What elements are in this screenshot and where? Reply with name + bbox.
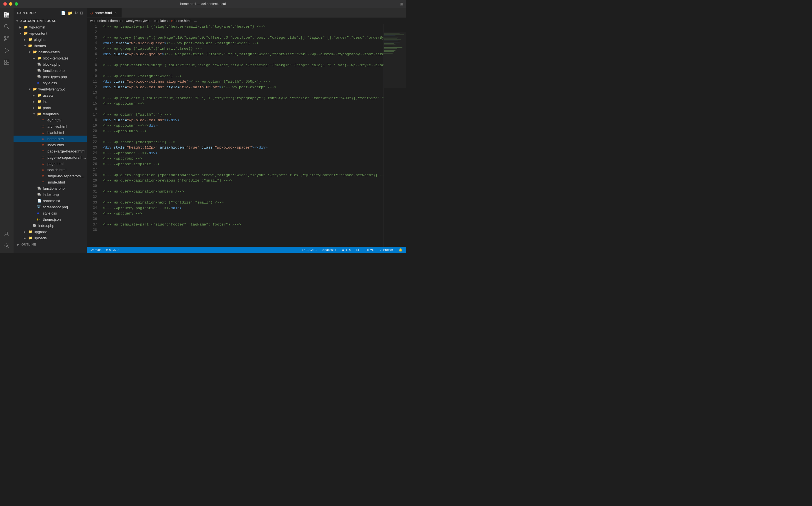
- sidebar-item-root[interactable]: ▼ ACF.CONTENT.LOCAL: [13, 18, 87, 24]
- breadcrumb-file[interactable]: home.html: [174, 19, 190, 23]
- sidebar-item-index-php-1[interactable]: 🐘 index.php: [13, 191, 87, 197]
- sidebar-item-assets[interactable]: ▶ 📁 assets: [13, 92, 87, 98]
- breadcrumb-templates[interactable]: templates: [153, 19, 167, 23]
- sidebar-title: Explorer: [17, 11, 36, 15]
- outline-section[interactable]: ▶ OUTLINE: [13, 241, 87, 247]
- breadcrumb-themes[interactable]: themes: [110, 19, 121, 23]
- sidebar-item-uploads[interactable]: ▶ 📁 uploads: [13, 235, 87, 241]
- account-activity-icon[interactable]: [2, 229, 12, 239]
- block-templates-folder-icon: 📁: [37, 56, 42, 60]
- sidebar-item-style-css-2[interactable]: # style.css: [13, 210, 87, 216]
- minimize-button[interactable]: [9, 2, 12, 6]
- sidebar-item-page-large-header-html[interactable]: ◇ page-large-header.html: [13, 148, 87, 154]
- home-html-icon: ◇: [42, 137, 46, 141]
- sidebar-item-archive-html[interactable]: ◇ archive.html: [13, 123, 87, 130]
- tab-home-html[interactable]: ◇ home.html ×: [87, 8, 122, 17]
- warning-count: 0: [117, 248, 118, 251]
- sidebar-item-single-html[interactable]: ◇ single.html: [13, 179, 87, 185]
- index-php-2-label: index.php: [38, 224, 54, 228]
- line-number: 36: [87, 217, 97, 222]
- twentytwentytwo-arrow: ▼: [28, 88, 33, 91]
- page-no-separators-html-icon: ◇: [42, 155, 46, 159]
- sidebar-item-blank-html[interactable]: ◇ blank.html: [13, 130, 87, 136]
- sidebar-tree: ▼ ACF.CONTENT.LOCAL ▶ 📁 wp-admin ▼ 📂 wp-…: [13, 18, 87, 253]
- breadcrumb-wp-content[interactable]: wp-content: [90, 19, 107, 23]
- sidebar-item-blocks-php[interactable]: 🐘 blocks.php: [13, 61, 87, 67]
- layout-icon[interactable]: ⊞: [400, 2, 403, 6]
- sidebar-item-block-templates[interactable]: ▶ 📁 block-templates: [13, 55, 87, 61]
- new-file-icon[interactable]: 📄: [61, 11, 66, 15]
- sidebar-item-themes[interactable]: ▼ 📂 themes: [13, 43, 87, 49]
- sidebar-item-index-html[interactable]: ◇ index.html: [13, 142, 87, 148]
- svg-rect-0: [7, 13, 9, 15]
- line-number: 18: [87, 117, 97, 123]
- close-button[interactable]: [3, 2, 7, 6]
- line-number: 28: [87, 173, 97, 178]
- sidebar-item-screenshot-png[interactable]: 🖼 screenshot.png: [13, 204, 87, 210]
- sidebar-item-post-types-php[interactable]: 🐘 post-types.php: [13, 74, 87, 80]
- sidebar-item-functions-php-2[interactable]: 🐘 functions.php: [13, 185, 87, 191]
- sidebar-item-functions-php-1[interactable]: 🐘 functions.php: [13, 67, 87, 74]
- status-bar-right: Ln 1, Col 1 Spaces: 4 UTF-8 LF HTML ✓ Pr…: [301, 247, 406, 253]
- code-line: <div class="wp-block-group"><!-- wp:post…: [103, 52, 384, 57]
- sidebar-item-index-php-2[interactable]: 🐘 index.php: [13, 223, 87, 229]
- new-folder-icon[interactable]: 📁: [68, 11, 73, 15]
- code-content[interactable]: <!-- wp:template-part {"slug":"header-sm…: [100, 24, 384, 247]
- refresh-icon[interactable]: ↻: [74, 11, 78, 15]
- code-line: <!-- /wp:column --></div>: [103, 123, 384, 129]
- sidebar-item-wp-admin[interactable]: ▶ 📁 wp-admin: [13, 24, 87, 30]
- status-position[interactable]: Ln 1, Col 1: [301, 247, 318, 253]
- status-eol[interactable]: LF: [355, 247, 361, 253]
- line-number: 13: [87, 90, 97, 96]
- sidebar-item-page-no-separators-html[interactable]: ◇ page-no-separators.html: [13, 154, 87, 160]
- collapse-all-icon[interactable]: ⊟: [80, 11, 83, 15]
- status-encoding[interactable]: UTF-8: [341, 247, 352, 253]
- branch-label: main: [95, 248, 101, 251]
- inc-label: inc: [43, 99, 48, 104]
- status-spaces[interactable]: Spaces: 4: [321, 247, 337, 253]
- home-html-label: home.html: [48, 137, 65, 141]
- settings-activity-icon[interactable]: [2, 241, 12, 251]
- sidebar-item-page-html[interactable]: ◇ page.html: [13, 160, 87, 167]
- sidebar-item-home-html[interactable]: ◇ home.html: [13, 136, 87, 142]
- sidebar-item-templates[interactable]: ▼ 📂 templates: [13, 111, 87, 117]
- 404-html-label: 404.html: [48, 118, 62, 122]
- 404-html-icon: ◇: [42, 118, 46, 122]
- svg-rect-11: [7, 60, 9, 62]
- debug-activity-icon[interactable]: [2, 46, 12, 55]
- status-notifications[interactable]: 🔔: [398, 247, 404, 253]
- breadcrumb-twentytwentytwo[interactable]: twentytwentytwo: [125, 19, 149, 23]
- status-language[interactable]: HTML: [364, 247, 375, 253]
- sidebar-item-theme-json[interactable]: {} theme.json: [13, 216, 87, 223]
- sidebar-item-search-html[interactable]: ◇ search.html: [13, 167, 87, 173]
- status-errors[interactable]: ⊗ 0 ⚠ 0: [105, 247, 119, 253]
- minimap-svg: [384, 24, 406, 247]
- source-control-activity-icon[interactable]: [2, 34, 12, 44]
- sidebar-item-parts[interactable]: ▶ 📁 parts: [13, 105, 87, 111]
- sidebar-item-twentytwentytwo[interactable]: ▼ 📂 twentytwentytwo: [13, 86, 87, 92]
- sidebar-item-404-html[interactable]: ◇ 404.html: [13, 117, 87, 123]
- root-arrow: ▼: [16, 19, 20, 22]
- maximize-button[interactable]: [15, 2, 18, 6]
- sidebar-item-readme-txt[interactable]: 📄 readme.txt: [13, 197, 87, 204]
- explorer-activity-icon[interactable]: [2, 10, 12, 20]
- sidebar-item-inc[interactable]: ▶ 📁 inc: [13, 98, 87, 105]
- blank-html-icon: ◇: [42, 131, 46, 135]
- status-prettier[interactable]: ✓ Prettier: [378, 247, 394, 253]
- search-activity-icon[interactable]: [2, 22, 12, 31]
- uploads-label: uploads: [34, 236, 47, 240]
- sidebar-item-single-no-separators-html[interactable]: ◇ single-no-separators.html: [13, 173, 87, 179]
- sidebar-item-style-css-1[interactable]: # style.css: [13, 80, 87, 86]
- svg-marker-9: [5, 48, 9, 53]
- sidebar-item-plugins[interactable]: ▶ 📁 plugins: [13, 36, 87, 43]
- style-css-1-icon: #: [37, 81, 42, 85]
- tab-close-button[interactable]: ×: [113, 10, 118, 15]
- sidebar-item-hellfish-cafes[interactable]: ▼ 📂 hellfish-cafes: [13, 49, 87, 55]
- sidebar-item-upgrade[interactable]: ▶ 📁 upgrade: [13, 229, 87, 235]
- sidebar-item-wp-content[interactable]: ▼ 📂 wp-content: [13, 30, 87, 36]
- line-number: 26: [87, 162, 97, 167]
- uploads-arrow: ▶: [24, 237, 28, 240]
- extensions-activity-icon[interactable]: [2, 58, 12, 67]
- line-number: 9: [87, 68, 97, 74]
- status-branch[interactable]: ⎇ main: [89, 247, 103, 253]
